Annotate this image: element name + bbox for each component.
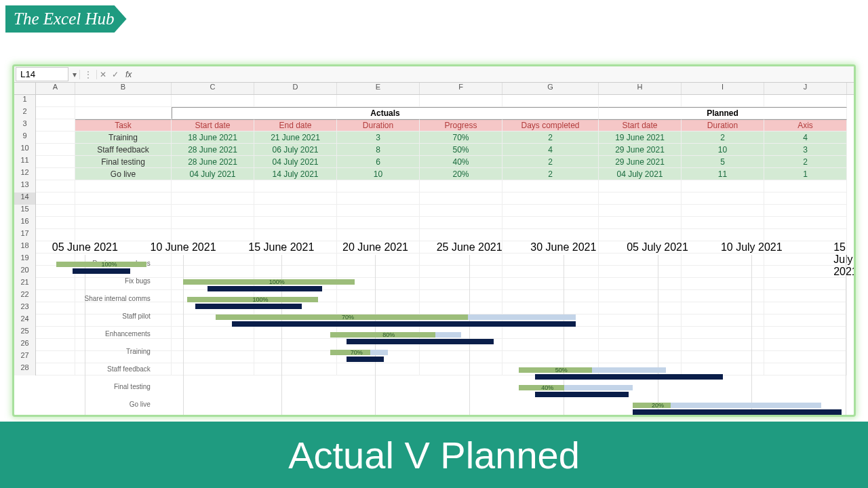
- row-header[interactable]: 1: [14, 95, 36, 107]
- row-header[interactable]: 3: [14, 119, 36, 131]
- row-header[interactable]: 11: [14, 156, 36, 168]
- chart-task-label: Staff pilot: [59, 312, 151, 320]
- row-header[interactable]: 24: [14, 314, 36, 327]
- cell-end[interactable]: 04 July 2021: [254, 156, 337, 168]
- table-header[interactable]: Progress: [420, 119, 502, 131]
- col-header[interactable]: C: [172, 83, 254, 94]
- cell-end[interactable]: 14 July 2021: [254, 168, 337, 180]
- cell-pdur[interactable]: 11: [682, 168, 764, 180]
- row-header[interactable]: 13: [14, 180, 36, 192]
- gridline: [658, 255, 658, 417]
- progress-label: 70%: [342, 314, 354, 321]
- table-header[interactable]: Axis: [764, 119, 847, 131]
- table-header[interactable]: Days completed: [502, 119, 599, 131]
- row-header[interactable]: 21: [14, 278, 36, 290]
- row-header[interactable]: 14: [14, 192, 36, 205]
- row-header[interactable]: 12: [14, 168, 36, 180]
- cancel-icon[interactable]: ✕: [97, 70, 109, 79]
- cell-axis[interactable]: 1: [764, 168, 847, 180]
- row-header[interactable]: 23: [14, 302, 36, 314]
- row-header[interactable]: 19: [14, 253, 36, 266]
- row-header[interactable]: 28: [14, 363, 36, 375]
- table-header[interactable]: Start date: [599, 119, 682, 131]
- column-headers[interactable]: A B C D E F G H I J: [14, 83, 854, 95]
- cell-start[interactable]: 28 June 2021: [172, 144, 254, 156]
- cell-progress[interactable]: 70%: [420, 131, 502, 144]
- cell-task[interactable]: Staff feedback: [75, 144, 172, 156]
- table-row[interactable]: 10 Staff feedback 28 June 2021 06 July 2…: [14, 144, 854, 156]
- col-header[interactable]: F: [420, 83, 502, 94]
- col-header[interactable]: J: [764, 83, 847, 94]
- cell-days[interactable]: 2: [502, 156, 599, 168]
- cell-days[interactable]: 2: [502, 168, 599, 180]
- table-header[interactable]: Duration: [682, 119, 764, 131]
- cell-pdur[interactable]: 2: [682, 131, 764, 144]
- table-header[interactable]: Duration: [337, 119, 420, 131]
- chart-task-label: Enhancements: [59, 330, 151, 338]
- cell-task[interactable]: Final testing: [75, 156, 172, 168]
- confirm-icon[interactable]: ✓: [109, 70, 121, 79]
- formula-input[interactable]: [136, 68, 854, 81]
- row-header[interactable]: 9: [14, 131, 36, 144]
- cell-end[interactable]: 21 June 2021: [254, 131, 337, 144]
- col-header[interactable]: G: [502, 83, 599, 94]
- cell-progress[interactable]: 20%: [420, 168, 502, 180]
- table-row[interactable]: 9 Training 18 June 2021 21 June 2021 3 7…: [14, 131, 854, 144]
- merged-actuals-header[interactable]: Actuals: [172, 107, 599, 119]
- row-header[interactable]: 15: [14, 205, 36, 217]
- table-header[interactable]: Task: [75, 119, 172, 131]
- planned-bar: [208, 286, 322, 291]
- row-header[interactable]: 27: [14, 351, 36, 363]
- cell-end[interactable]: 06 July 2021: [254, 144, 337, 156]
- cell-pstart[interactable]: 29 June 2021: [599, 144, 682, 156]
- table-row[interactable]: 11 Final testing 28 June 2021 04 July 20…: [14, 156, 854, 168]
- cell-days[interactable]: 2: [502, 131, 599, 144]
- cell-duration[interactable]: 10: [337, 168, 420, 180]
- cell-task[interactable]: Training: [75, 131, 172, 144]
- planned-bar: [347, 339, 494, 344]
- row-header[interactable]: 18: [14, 241, 36, 253]
- row-header[interactable]: 22: [14, 290, 36, 302]
- cell-start[interactable]: 18 June 2021: [172, 131, 254, 144]
- cell-progress[interactable]: 50%: [420, 144, 502, 156]
- cell-pstart[interactable]: 29 June 2021: [599, 156, 682, 168]
- axis-tick-label: 05 June 2021: [52, 241, 118, 253]
- row-header[interactable]: 17: [14, 229, 36, 241]
- merged-planned-header[interactable]: Planned: [599, 107, 847, 119]
- cell-start[interactable]: 28 June 2021: [172, 156, 254, 168]
- col-header[interactable]: E: [337, 83, 420, 94]
- cell-duration[interactable]: 6: [337, 156, 420, 168]
- cell-pdur[interactable]: 10: [682, 144, 764, 156]
- table-row[interactable]: 12 Go live 04 July 2021 14 July 2021 10 …: [14, 168, 854, 180]
- name-box-dropdown-icon[interactable]: ▾: [70, 70, 79, 79]
- axis-tick-label: 10 July 2021: [721, 241, 783, 253]
- cell-progress[interactable]: 40%: [420, 156, 502, 168]
- gantt-chart[interactable]: 05 June 202110 June 202115 June 202120 J…: [36, 241, 854, 417]
- name-box[interactable]: [16, 67, 68, 81]
- col-header[interactable]: I: [682, 83, 764, 94]
- cell-task[interactable]: Go live: [75, 168, 172, 180]
- cell-duration[interactable]: 8: [337, 144, 420, 156]
- cell-pstart[interactable]: 19 June 2021: [599, 131, 682, 144]
- row-header[interactable]: 26: [14, 339, 36, 351]
- col-header[interactable]: B: [75, 83, 172, 94]
- row-header[interactable]: 16: [14, 217, 36, 229]
- table-header[interactable]: End date: [254, 119, 337, 131]
- row-header[interactable]: 10: [14, 144, 36, 156]
- spreadsheet-grid[interactable]: A B C D E F G H I J 1 2 Actuals Planned …: [14, 83, 854, 375]
- row-header[interactable]: 25: [14, 327, 36, 339]
- cell-pdur[interactable]: 5: [682, 156, 764, 168]
- cell-axis[interactable]: 4: [764, 131, 847, 144]
- col-header[interactable]: D: [254, 83, 337, 94]
- col-header[interactable]: H: [599, 83, 682, 94]
- col-header[interactable]: A: [36, 83, 75, 94]
- cell-axis[interactable]: 3: [764, 144, 847, 156]
- cell-start[interactable]: 04 July 2021: [172, 168, 254, 180]
- cell-days[interactable]: 4: [502, 144, 599, 156]
- cell-pstart[interactable]: 04 July 2021: [599, 168, 682, 180]
- cell-duration[interactable]: 3: [337, 131, 420, 144]
- cell-axis[interactable]: 2: [764, 156, 847, 168]
- row-header[interactable]: 20: [14, 266, 36, 278]
- row-header[interactable]: 2: [14, 107, 36, 119]
- table-header[interactable]: Start date: [172, 119, 254, 131]
